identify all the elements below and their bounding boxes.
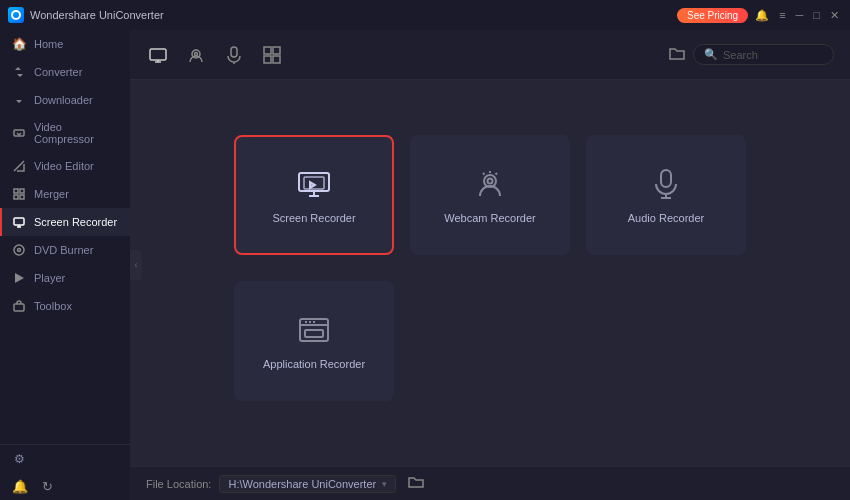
minimize-button[interactable]: ─ (793, 9, 807, 21)
settings-icon: ⚙ (12, 452, 26, 466)
svg-rect-11 (150, 49, 166, 60)
sidebar-item-converter[interactable]: Converter (0, 58, 130, 86)
sidebar-item-home[interactable]: 🏠 Home (0, 30, 130, 58)
video-editor-icon (12, 159, 26, 173)
mic-toolbar-icon[interactable] (222, 43, 246, 67)
webcam-recorder-card[interactable]: Webcam Recorder (410, 135, 570, 255)
svg-rect-17 (264, 56, 271, 63)
toolbar-right: 🔍 (669, 44, 834, 65)
chevron-down-icon: ▾ (382, 479, 387, 489)
content-toolbar: 🔍 (130, 30, 850, 80)
file-location-label: File Location: (146, 478, 211, 490)
audio-recorder-card[interactable]: Audio Recorder (586, 135, 746, 255)
main-layout: 🏠 Home Converter Downloader Video Compre… (0, 30, 850, 500)
screen-recorder-card-label: Screen Recorder (272, 212, 355, 224)
grid-inner: Screen Recorder Webcam Recorder Audio Re… (234, 135, 746, 411)
video-compressor-icon (12, 126, 26, 140)
svg-rect-2 (14, 189, 18, 193)
app-logo (8, 7, 24, 23)
toolbox-icon (12, 299, 26, 313)
application-recorder-card-label: Application Recorder (263, 358, 365, 370)
title-bar-left: Wondershare UniConverter (8, 7, 164, 23)
webcam-toolbar-icon[interactable] (184, 43, 208, 67)
screen-recorder-card[interactable]: Screen Recorder (234, 135, 394, 255)
svg-rect-18 (273, 56, 280, 63)
search-input[interactable] (723, 49, 823, 61)
sidebar-item-player[interactable]: Player (0, 264, 130, 292)
merger-icon (12, 187, 26, 201)
search-box: 🔍 (693, 44, 834, 65)
sidebar-label-screen-recorder: Screen Recorder (34, 216, 117, 228)
search-icon: 🔍 (704, 48, 718, 61)
title-bar: Wondershare UniConverter See Pricing 🔔 ≡… (0, 0, 850, 30)
screen-recorder-card-icon (296, 166, 332, 202)
file-location-path[interactable]: H:\Wondershare UniConverter ▾ (219, 475, 396, 493)
sidebar-label-video-compressor: Video Compressor (34, 121, 118, 145)
audio-recorder-card-label: Audio Recorder (628, 212, 704, 224)
svg-rect-23 (661, 170, 671, 187)
svg-point-13 (195, 52, 198, 55)
sidebar-label-video-editor: Video Editor (34, 160, 94, 172)
player-icon (12, 271, 26, 285)
apps-toolbar-icon[interactable] (260, 43, 284, 67)
see-pricing-button[interactable]: See Pricing (677, 8, 748, 23)
webcam-recorder-card-icon (472, 166, 508, 202)
application-recorder-card-icon (296, 312, 332, 348)
screen-toolbar-icon[interactable] (146, 43, 170, 67)
title-bar-right: See Pricing 🔔 ≡ ─ □ ✕ (677, 8, 842, 23)
sidebar-item-toolbox[interactable]: Toolbox (0, 292, 130, 320)
svg-rect-15 (264, 47, 271, 54)
recorder-grid: Screen Recorder Webcam Recorder Audio Re… (130, 80, 850, 466)
content-area: ‹ 🔍 (130, 30, 850, 500)
sidebar-label-dvd-burner: DVD Burner (34, 244, 93, 256)
title-icon-1: 🔔 (752, 9, 772, 22)
maximize-button[interactable]: □ (810, 9, 823, 21)
svg-rect-3 (20, 189, 24, 193)
file-path-text: H:\Wondershare UniConverter (228, 478, 376, 490)
sidebar-item-downloader[interactable]: Downloader (0, 86, 130, 114)
svg-rect-6 (14, 218, 24, 225)
sidebar-label-merger: Merger (34, 188, 69, 200)
svg-rect-10 (14, 304, 24, 311)
sidebar-label-converter: Converter (34, 66, 82, 78)
dvd-burner-icon (12, 243, 26, 257)
sidebar: 🏠 Home Converter Downloader Video Compre… (0, 30, 130, 500)
sidebar-item-dvd-burner[interactable]: DVD Burner (0, 236, 130, 264)
svg-point-7 (14, 245, 24, 255)
sidebar-bottom: ⚙ 🔔 ↻ (0, 444, 130, 500)
sidebar-item-screen-recorder[interactable]: Screen Recorder (0, 208, 130, 236)
svg-rect-25 (305, 330, 323, 337)
collapse-toggle[interactable]: ‹ (130, 250, 142, 280)
sidebar-item-video-editor[interactable]: Video Editor (0, 152, 130, 180)
audio-recorder-card-icon (648, 166, 684, 202)
svg-point-22 (488, 179, 493, 184)
svg-marker-9 (15, 273, 24, 283)
svg-point-0 (12, 11, 20, 19)
converter-icon (12, 65, 26, 79)
sidebar-item-merger[interactable]: Merger (0, 180, 130, 208)
downloader-icon (12, 93, 26, 107)
svg-rect-4 (14, 195, 18, 199)
notifications-icon[interactable]: 🔔 (12, 479, 28, 494)
screen-recorder-sidebar-icon (12, 215, 26, 229)
svg-rect-14 (231, 47, 237, 57)
close-button[interactable]: ✕ (827, 9, 842, 22)
sidebar-label-player: Player (34, 272, 65, 284)
folder-button[interactable] (669, 45, 685, 64)
open-folder-button[interactable] (408, 475, 424, 492)
sidebar-label-toolbox: Toolbox (34, 300, 72, 312)
toolbar-left (146, 43, 284, 67)
sidebar-item-settings[interactable]: ⚙ (0, 445, 130, 473)
home-icon: 🏠 (12, 37, 26, 51)
svg-point-8 (18, 249, 21, 252)
sidebar-item-video-compressor[interactable]: Video Compressor (0, 114, 130, 152)
feedback-icon[interactable]: ↻ (42, 479, 53, 494)
svg-rect-20 (304, 177, 324, 189)
title-icon-2: ≡ (776, 9, 788, 21)
webcam-recorder-card-label: Webcam Recorder (444, 212, 536, 224)
sidebar-label-home: Home (34, 38, 63, 50)
svg-rect-16 (273, 47, 280, 54)
app-title: Wondershare UniConverter (30, 9, 164, 21)
file-location-bar: File Location: H:\Wondershare UniConvert… (130, 466, 850, 500)
application-recorder-card[interactable]: Application Recorder (234, 281, 394, 401)
